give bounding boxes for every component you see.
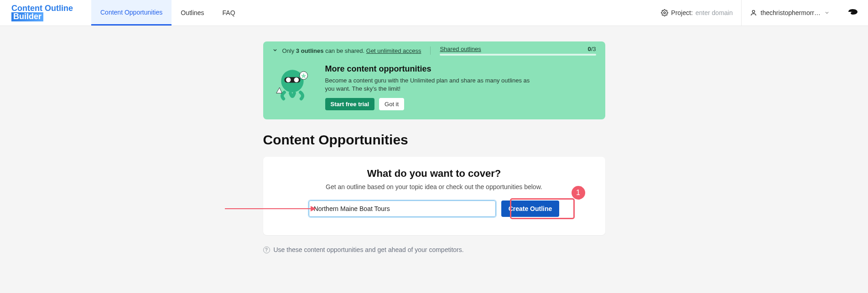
- logo-line1: Content Outline: [11, 4, 73, 12]
- svg-point-0: [664, 12, 665, 14]
- shared-outlines-meter: Shared outlines 0/3: [440, 46, 596, 56]
- banner-title: More content opportunities: [325, 64, 535, 74]
- help-text-row: ? Use these content opportunities and ge…: [263, 246, 605, 253]
- unlimited-access-link[interactable]: Get unlimited access: [366, 47, 421, 54]
- chevron-down-icon[interactable]: [272, 47, 278, 54]
- input-row: Create Outline 1: [276, 200, 593, 217]
- user-name: thechristophermorr…: [761, 9, 821, 16]
- tab-outlines[interactable]: Outlines: [172, 0, 213, 26]
- svg-point-5: [294, 77, 299, 82]
- create-outline-button[interactable]: Create Outline: [501, 200, 560, 217]
- logo-line2: Builder: [11, 12, 43, 21]
- project-label: Project:: [671, 9, 692, 16]
- topic-input[interactable]: [309, 200, 496, 217]
- app-logo[interactable]: Content Outline Builder: [0, 4, 91, 21]
- tab-content-opportunities[interactable]: Content Opportunities: [91, 0, 172, 26]
- banner-limit-text: Only 3 outlines can be shared. Get unlim…: [282, 47, 421, 54]
- person-icon: [750, 9, 757, 16]
- tab-faq[interactable]: FAQ: [213, 0, 244, 26]
- annotation-arrow-icon: [225, 204, 316, 213]
- main-area: Only 3 outlines can be shared. Get unlim…: [0, 26, 868, 253]
- shared-outlines-count: 0/3: [587, 46, 596, 52]
- chevron-down-icon: [824, 10, 830, 15]
- mascot-illustration: [272, 64, 312, 104]
- svg-point-4: [286, 77, 291, 82]
- divider: [430, 46, 431, 55]
- help-text: Use these content opportunities and get …: [274, 246, 464, 253]
- semrush-icon[interactable]: [838, 9, 868, 17]
- card-heading: What do you want to cover?: [276, 168, 593, 180]
- card-subtext: Get an outline based on your topic idea …: [276, 183, 593, 190]
- user-menu[interactable]: thechristophermorr…: [742, 0, 838, 26]
- banner-top-row: Only 3 outlines can be shared. Get unlim…: [263, 41, 605, 58]
- start-free-trial-button[interactable]: Start free trial: [325, 98, 375, 110]
- project-placeholder: enter domain: [696, 9, 733, 16]
- progress-bar: [440, 54, 596, 56]
- page-title: Content Opportunities: [263, 132, 605, 148]
- banner-desc: Become a content guru with the Unlimited…: [325, 77, 535, 93]
- svg-marker-6: [276, 87, 281, 93]
- project-selector[interactable]: Project: enter domain: [653, 0, 741, 26]
- gear-icon: [661, 9, 668, 16]
- upsell-banner: Only 3 outlines can be shared. Get unlim…: [263, 41, 605, 119]
- help-icon[interactable]: ?: [263, 247, 270, 253]
- app-header: Content Outline Builder Content Opportun…: [0, 0, 868, 26]
- main-tabs: Content Opportunities Outlines FAQ: [91, 0, 244, 26]
- got-it-button[interactable]: Got it: [379, 98, 404, 110]
- topic-card: What do you want to cover? Get an outlin…: [263, 157, 605, 235]
- svg-point-1: [752, 10, 754, 13]
- shared-outlines-label[interactable]: Shared outlines: [440, 46, 481, 52]
- header-right: Project: enter domain thechristophermorr…: [653, 0, 868, 26]
